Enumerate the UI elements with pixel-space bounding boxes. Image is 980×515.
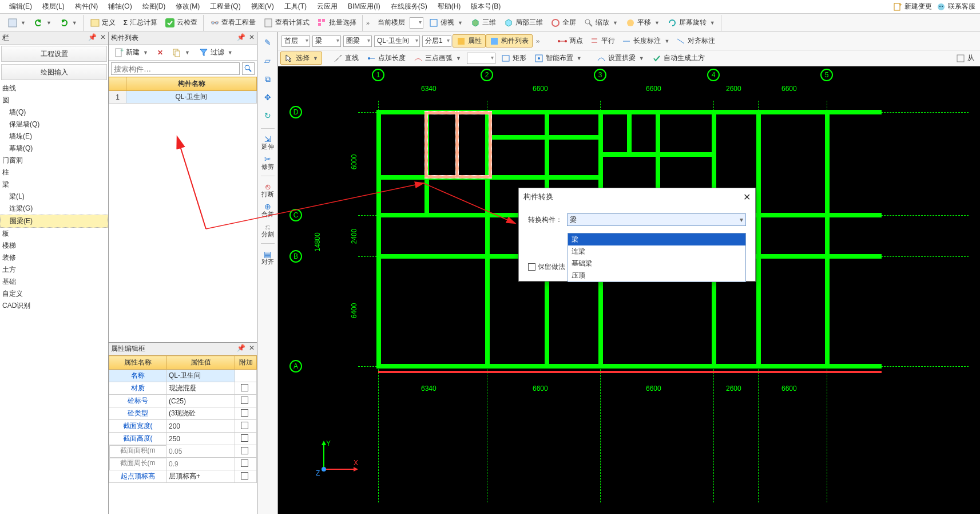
table-row[interactable]: 砼类型(3现浇砼 (109, 407, 257, 420)
view-quantity-button[interactable]: 👓查看工程量 (207, 17, 259, 29)
parallel-button[interactable]: 平行 (586, 35, 618, 47)
menu-item[interactable]: 辅轴(O) (104, 1, 136, 13)
vtool-align[interactable]: ▤对齐 (260, 248, 276, 266)
dropdown-option[interactable]: 压顶 (568, 270, 745, 282)
tree-node[interactable]: 板 (0, 228, 108, 240)
prop-check[interactable] (235, 420, 257, 433)
prop-value[interactable]: (C25) (166, 395, 235, 407)
auto-soil-button[interactable]: 自动生成土方 (649, 52, 708, 64)
drawing-canvas[interactable]: 1 2 3 4 5 D C B A 6340 6600 6600 2600 66… (278, 66, 980, 514)
tree-node[interactable]: 土方 (0, 264, 108, 276)
prop-value[interactable]: 0.05 (166, 445, 235, 458)
close-icon[interactable]: ✕ (100, 33, 106, 41)
draw-mode-combo[interactable] (467, 53, 495, 64)
vtool-split[interactable]: ⎌分割 (260, 221, 276, 239)
category-combo[interactable]: 梁 (312, 35, 341, 47)
pin-icon[interactable]: 📌 (88, 33, 97, 41)
vtool-trim[interactable]: ✂修剪 (260, 153, 276, 171)
tree-node[interactable]: 曲线 (0, 82, 108, 94)
menu-item[interactable]: 视图(V) (247, 1, 279, 13)
table-row[interactable]: 1 QL-卫生间 (109, 91, 257, 104)
dropdown-option[interactable]: 基础梁 (568, 258, 745, 270)
fullscreen-button[interactable]: 全屏 (547, 17, 580, 29)
table-row[interactable]: 截面高度(250 (109, 433, 257, 445)
dialog-titlebar[interactable]: 构件转换 ✕ (519, 188, 755, 205)
pin-icon[interactable]: 📌 (237, 344, 245, 352)
delete-button[interactable]: ✕ (154, 47, 166, 58)
menu-item[interactable]: 编辑(E) (5, 1, 37, 13)
current-floor-combo[interactable] (410, 17, 423, 29)
convert-combo[interactable]: 梁 (567, 213, 746, 226)
close-icon[interactable]: ✕ (249, 344, 255, 352)
undo-button[interactable]: ▼ (30, 17, 55, 29)
prop-check[interactable] (235, 470, 257, 483)
comp-name-cell[interactable]: QL-卫生间 (126, 91, 257, 104)
tree-node[interactable]: 门窗洞 (0, 154, 108, 167)
tree-node[interactable]: 圆 (0, 94, 108, 106)
vtool-extend[interactable]: ⇲延伸 (260, 133, 276, 151)
prop-value[interactable]: 0.9 (166, 458, 235, 470)
table-row[interactable]: 截面周长(m0.9 (109, 458, 257, 470)
prop-value[interactable]: (3现浇砼 (166, 407, 235, 420)
local-3d-button[interactable]: 局部三维 (501, 17, 546, 29)
complist-button[interactable]: 构件列表 (486, 34, 533, 47)
pointlen-button[interactable]: 点加长度 (363, 52, 409, 64)
tree-node[interactable]: 装修 (0, 252, 108, 264)
vtool-merge[interactable]: ⊕合并 (260, 201, 276, 219)
menu-item[interactable]: BIM应用(I) (343, 1, 385, 13)
vtool-eraser[interactable]: ▱ (260, 53, 276, 69)
keep-checkbox[interactable]: 保留做法 (528, 262, 565, 272)
filter-button[interactable]: 过滤▼ (196, 46, 236, 58)
3d-button[interactable]: 三维 (467, 17, 499, 29)
new-component-button[interactable]: +新建▼ (111, 46, 152, 58)
redo-button[interactable]: ▼ (56, 17, 81, 29)
dropdown-option[interactable]: 梁 (568, 233, 745, 245)
menu-item[interactable]: 工程量(Q) (205, 1, 245, 13)
prop-check[interactable] (235, 445, 257, 458)
table-row[interactable]: 砼标号(C25) (109, 395, 257, 407)
menu-item[interactable]: 构件(N) (70, 1, 103, 13)
menu-item[interactable]: 修改(M) (171, 1, 204, 13)
draw-input-button[interactable]: 绘图输入 (1, 64, 107, 80)
menu-item[interactable]: 帮助(H) (433, 1, 466, 13)
close-icon[interactable]: ✕ (249, 33, 255, 41)
component-combo[interactable]: QL-卫生间 (374, 35, 420, 47)
prop-value[interactable]: 现浇混凝 (166, 382, 235, 395)
prop-check[interactable] (235, 395, 257, 407)
three-arc-button[interactable]: 三点画弧▼ (410, 52, 465, 64)
pin-icon[interactable]: 📌 (237, 33, 245, 41)
search-input[interactable] (111, 62, 240, 75)
new-change-button[interactable]: + 新建变更 (893, 2, 932, 11)
two-point-button[interactable]: 两点 (554, 35, 586, 47)
menu-item[interactable]: 工具(T) (280, 1, 311, 13)
summary-button[interactable]: Σ汇总计算 (120, 17, 161, 29)
vtool-mirror[interactable]: ⧉ (260, 71, 276, 87)
prop-check[interactable] (235, 458, 257, 470)
from-button[interactable]: 从 (953, 52, 978, 64)
prop-value[interactable]: 层顶标高+ (166, 470, 235, 483)
tree-node[interactable]: 基础 (0, 276, 108, 288)
tree-node[interactable]: CAD识别 (0, 300, 108, 312)
properties-button[interactable]: 属性 (453, 34, 486, 47)
prop-value[interactable]: 250 (166, 433, 235, 445)
zoom-button[interactable]: 缩放▼ (581, 17, 621, 29)
rotate-button[interactable]: 屏幕旋转▼ (664, 17, 719, 29)
copy-button[interactable]: ▼ (169, 47, 193, 58)
prop-value[interactable]: QL-卫生间 (166, 370, 235, 382)
align-dim-button[interactable]: 对齐标注 (673, 35, 719, 47)
tree-node[interactable]: 梁 (0, 179, 108, 191)
menu-item[interactable]: 绘图(D) (138, 1, 170, 13)
length-dim-button[interactable]: 长度标注▼ (618, 35, 673, 47)
vtool-move[interactable]: ✥ (260, 89, 276, 105)
menu-item[interactable]: 云应用 (312, 1, 342, 13)
pan-button[interactable]: 平移▼ (622, 17, 663, 29)
batch-select-button[interactable]: 批量选择 (314, 17, 360, 29)
smart-layout-button[interactable]: 智能布置▼ (531, 52, 585, 64)
define-button[interactable]: 定义 (87, 17, 119, 29)
select-button[interactable]: 选择▼ (280, 52, 322, 65)
close-icon[interactable]: ✕ (743, 192, 751, 203)
prop-check[interactable] (235, 370, 257, 382)
table-row[interactable]: 截面宽度(200 (109, 420, 257, 433)
table-row[interactable]: 起点顶标高层顶标高+ (109, 470, 257, 483)
toolbar-dropdown[interactable]: ▼ (5, 17, 29, 29)
